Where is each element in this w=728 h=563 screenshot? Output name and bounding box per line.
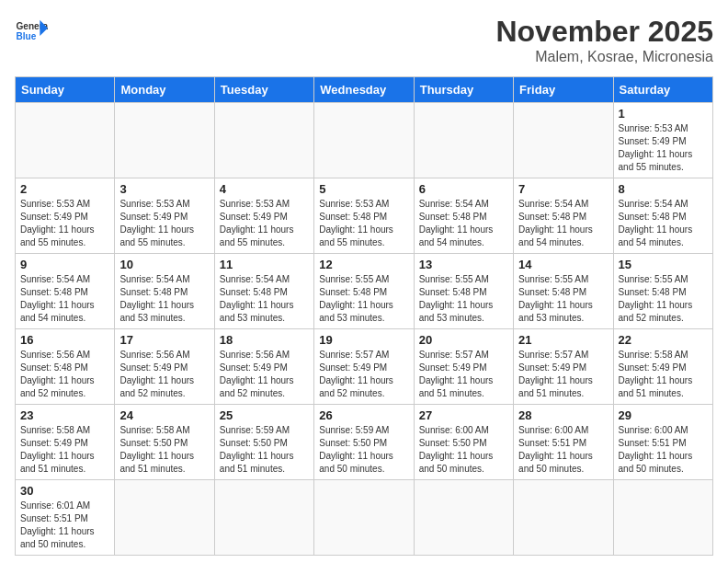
day-info: Sunrise: 5:57 AM Sunset: 5:49 PM Dayligh…: [518, 349, 608, 400]
day-info: Sunrise: 5:53 AM Sunset: 5:48 PM Dayligh…: [319, 198, 408, 249]
day-number: 14: [518, 258, 608, 271]
day-cell: 25Sunrise: 5:59 AM Sunset: 5:50 PM Dayli…: [214, 405, 313, 480]
day-info: Sunrise: 5:58 AM Sunset: 5:49 PM Dayligh…: [20, 424, 109, 476]
week-row-5: 23Sunrise: 5:58 AM Sunset: 5:49 PM Dayli…: [16, 405, 713, 480]
calendar-subtitle: Malem, Kosrae, Micronesia: [495, 49, 713, 65]
day-number: 20: [419, 333, 508, 347]
week-row-2: 2Sunrise: 5:53 AM Sunset: 5:49 PM Daylig…: [16, 178, 713, 254]
day-cell: [214, 480, 313, 556]
day-number: 24: [119, 408, 209, 422]
day-info: Sunrise: 5:58 AM Sunset: 5:50 PM Dayligh…: [119, 424, 209, 476]
day-number: 27: [419, 408, 508, 422]
day-info: Sunrise: 5:55 AM Sunset: 5:48 PM Dayligh…: [419, 273, 508, 325]
day-number: 5: [319, 182, 408, 196]
day-number: 2: [20, 182, 109, 196]
day-cell: 1Sunrise: 5:53 AM Sunset: 5:49 PM Daylig…: [613, 103, 712, 178]
day-cell: 16Sunrise: 5:56 AM Sunset: 5:48 PM Dayli…: [16, 329, 115, 405]
day-cell: [314, 103, 414, 178]
day-header-row: SundayMondayTuesdayWednesdayThursdayFrid…: [16, 77, 713, 103]
day-info: Sunrise: 5:58 AM Sunset: 5:49 PM Dayligh…: [619, 349, 708, 400]
title-block: November 2025 Malem, Kosrae, Micronesia: [495, 15, 713, 65]
day-info: Sunrise: 6:00 AM Sunset: 5:51 PM Dayligh…: [619, 424, 708, 476]
day-number: 26: [319, 408, 408, 422]
day-info: Sunrise: 5:54 AM Sunset: 5:48 PM Dayligh…: [20, 273, 109, 325]
day-info: Sunrise: 5:59 AM Sunset: 5:50 PM Dayligh…: [220, 424, 309, 476]
day-number: 29: [619, 408, 708, 422]
day-number: 16: [20, 333, 109, 347]
day-cell: 6Sunrise: 5:54 AM Sunset: 5:48 PM Daylig…: [414, 178, 513, 254]
day-cell: 5Sunrise: 5:53 AM Sunset: 5:48 PM Daylig…: [314, 178, 414, 254]
day-cell: 7Sunrise: 5:54 AM Sunset: 5:48 PM Daylig…: [514, 178, 613, 254]
day-cell: 13Sunrise: 5:55 AM Sunset: 5:48 PM Dayli…: [414, 254, 513, 329]
day-info: Sunrise: 5:54 AM Sunset: 5:48 PM Dayligh…: [220, 273, 309, 325]
day-cell: 20Sunrise: 5:57 AM Sunset: 5:49 PM Dayli…: [414, 329, 513, 405]
day-cell: 29Sunrise: 6:00 AM Sunset: 5:51 PM Dayli…: [613, 405, 712, 480]
day-cell: [115, 480, 214, 556]
day-cell: 14Sunrise: 5:55 AM Sunset: 5:48 PM Dayli…: [514, 254, 613, 329]
day-number: 8: [619, 182, 708, 196]
day-number: 3: [119, 182, 209, 196]
day-number: 4: [220, 182, 309, 196]
day-number: 7: [518, 182, 608, 196]
day-header-wednesday: Wednesday: [314, 77, 414, 103]
day-cell: 12Sunrise: 5:55 AM Sunset: 5:48 PM Dayli…: [314, 254, 414, 329]
day-number: 25: [220, 408, 309, 422]
day-cell: 10Sunrise: 5:54 AM Sunset: 5:48 PM Dayli…: [115, 254, 214, 329]
day-cell: 9Sunrise: 5:54 AM Sunset: 5:48 PM Daylig…: [16, 254, 115, 329]
logo: General Blue: [15, 15, 48, 48]
day-cell: [414, 480, 513, 556]
day-cell: 23Sunrise: 5:58 AM Sunset: 5:49 PM Dayli…: [16, 405, 115, 480]
day-cell: [314, 480, 414, 556]
day-number: 15: [619, 258, 708, 271]
day-info: Sunrise: 5:54 AM Sunset: 5:48 PM Dayligh…: [518, 198, 608, 249]
calendar-table: SundayMondayTuesdayWednesdayThursdayFrid…: [15, 76, 713, 556]
day-cell: 19Sunrise: 5:57 AM Sunset: 5:49 PM Dayli…: [314, 329, 414, 405]
day-info: Sunrise: 5:59 AM Sunset: 5:50 PM Dayligh…: [319, 424, 408, 476]
day-number: 11: [220, 258, 309, 271]
day-cell: [613, 480, 712, 556]
day-header-tuesday: Tuesday: [214, 77, 313, 103]
day-cell: [214, 103, 313, 178]
day-cell: 8Sunrise: 5:54 AM Sunset: 5:48 PM Daylig…: [613, 178, 712, 254]
week-row-3: 9Sunrise: 5:54 AM Sunset: 5:48 PM Daylig…: [16, 254, 713, 329]
day-info: Sunrise: 5:56 AM Sunset: 5:48 PM Dayligh…: [20, 349, 109, 400]
day-info: Sunrise: 5:56 AM Sunset: 5:49 PM Dayligh…: [119, 349, 209, 400]
day-number: 10: [119, 258, 209, 271]
day-info: Sunrise: 5:55 AM Sunset: 5:48 PM Dayligh…: [619, 273, 708, 325]
header: General Blue November 2025 Malem, Kosrae…: [15, 15, 713, 65]
day-number: 1: [619, 107, 708, 121]
day-info: Sunrise: 5:54 AM Sunset: 5:48 PM Dayligh…: [419, 198, 508, 249]
day-number: 30: [20, 484, 109, 498]
week-row-1: 1Sunrise: 5:53 AM Sunset: 5:49 PM Daylig…: [16, 103, 713, 178]
day-number: 28: [518, 408, 608, 422]
day-info: Sunrise: 6:00 AM Sunset: 5:50 PM Dayligh…: [419, 424, 508, 476]
day-info: Sunrise: 5:55 AM Sunset: 5:48 PM Dayligh…: [518, 273, 608, 325]
day-cell: 26Sunrise: 5:59 AM Sunset: 5:50 PM Dayli…: [314, 405, 414, 480]
day-cell: 24Sunrise: 5:58 AM Sunset: 5:50 PM Dayli…: [115, 405, 214, 480]
day-info: Sunrise: 5:55 AM Sunset: 5:48 PM Dayligh…: [319, 273, 408, 325]
day-header-monday: Monday: [115, 77, 214, 103]
logo-icon: General Blue: [15, 15, 48, 48]
day-number: 21: [518, 333, 608, 347]
day-info: Sunrise: 5:53 AM Sunset: 5:49 PM Dayligh…: [619, 122, 708, 174]
day-cell: 3Sunrise: 5:53 AM Sunset: 5:49 PM Daylig…: [115, 178, 214, 254]
day-info: Sunrise: 5:56 AM Sunset: 5:49 PM Dayligh…: [220, 349, 309, 400]
day-cell: [514, 480, 613, 556]
day-info: Sunrise: 5:57 AM Sunset: 5:49 PM Dayligh…: [419, 349, 508, 400]
day-info: Sunrise: 6:01 AM Sunset: 5:51 PM Dayligh…: [20, 500, 109, 551]
day-info: Sunrise: 5:54 AM Sunset: 5:48 PM Dayligh…: [119, 273, 209, 325]
day-number: 13: [419, 258, 508, 271]
day-number: 19: [319, 333, 408, 347]
day-info: Sunrise: 6:00 AM Sunset: 5:51 PM Dayligh…: [518, 424, 608, 476]
day-cell: 28Sunrise: 6:00 AM Sunset: 5:51 PM Dayli…: [514, 405, 613, 480]
day-info: Sunrise: 5:53 AM Sunset: 5:49 PM Dayligh…: [20, 198, 109, 249]
day-number: 17: [119, 333, 209, 347]
day-number: 12: [319, 258, 408, 271]
day-header-thursday: Thursday: [414, 77, 513, 103]
day-number: 6: [419, 182, 508, 196]
day-cell: 11Sunrise: 5:54 AM Sunset: 5:48 PM Dayli…: [214, 254, 313, 329]
day-cell: [514, 103, 613, 178]
day-info: Sunrise: 5:53 AM Sunset: 5:49 PM Dayligh…: [220, 198, 309, 249]
day-cell: [115, 103, 214, 178]
svg-text:Blue: Blue: [16, 31, 36, 41]
